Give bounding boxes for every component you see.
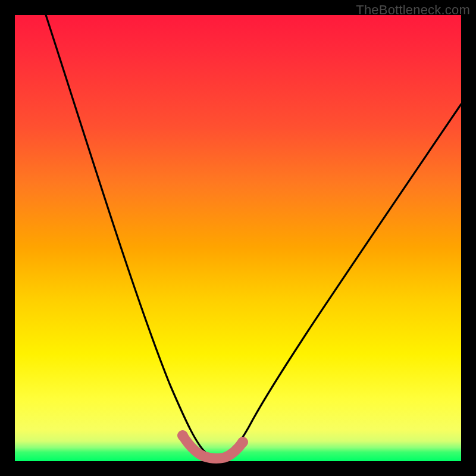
pink-dot-right <box>237 437 248 447</box>
pink-band <box>183 436 243 459</box>
curve-layer <box>15 15 461 461</box>
plot-area <box>15 15 461 461</box>
chart-frame: TheBottleneck.com <box>0 0 476 476</box>
pink-dot-left <box>177 430 188 441</box>
black-curve <box>46 15 461 457</box>
watermark-text: TheBottleneck.com <box>356 2 470 18</box>
